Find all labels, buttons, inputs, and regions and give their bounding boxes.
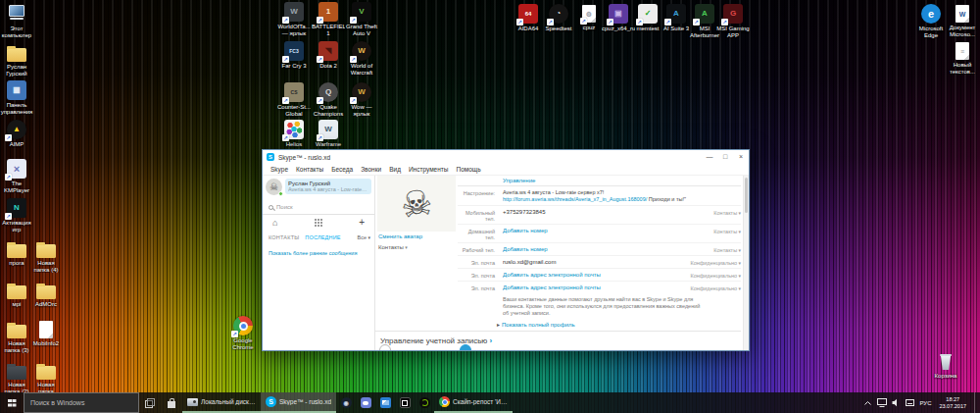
store-button[interactable] — [161, 392, 182, 413]
desktop-icon-новая-папка[interactable]: Новая папка — [29, 361, 63, 394]
tab-последние[interactable]: ПОСЛЕДНИЕ — [305, 234, 340, 240]
desktop-icon-aimp[interactable]: ▲↗AIMP — [0, 120, 33, 148]
desktop-icon-grand-theft-auto-v[interactable]: V↗Grand Theft Auto V — [345, 2, 378, 36]
desktop-icon-the-kmplayer[interactable]: ×↗The KMPlayer — [0, 159, 33, 193]
desktop-icon-aida64[interactable]: 64↗AIDA64 — [512, 4, 545, 32]
desktop-icon-world-of-warcraft[interactable]: W↗World of Warcraft — [345, 41, 378, 76]
discord-app[interactable] — [356, 392, 375, 413]
desktop-icon-панель-управления[interactable]: ▦Панель управления — [0, 80, 33, 115]
privacy-dropdown[interactable]: Контакты — [713, 209, 741, 216]
desktop-icon-battlefield-1[interactable]: 1↗BATTLEFIELD 1 — [312, 2, 345, 36]
add-link[interactable]: Добавить номер — [503, 246, 713, 252]
desktop-icon-worldofta-ярлык[interactable]: W↗WorldOfTa... — ярлык — [277, 2, 311, 36]
tray-input-icon[interactable] — [906, 398, 914, 407]
sq-icon: 1↗ — [318, 2, 338, 22]
menu-item-инструменты[interactable]: Инструменты — [405, 166, 453, 173]
add-contact-icon[interactable]: + — [359, 219, 365, 227]
desktop-icon-новая-папка-4[interactable]: Новая папка (4) — [29, 239, 63, 273]
add-link[interactable]: Добавить адрес электронной почты — [503, 272, 690, 278]
menu-item-skype[interactable]: Skype — [267, 166, 292, 173]
privacy-dropdown[interactable]: Контакты — [713, 228, 741, 234]
chrome-app[interactable]: Скайп-репост 'Ид... — [434, 392, 513, 413]
tray-display-icon[interactable] — [877, 398, 887, 407]
menu-item-вид[interactable]: Вид — [385, 166, 405, 173]
mood-link[interactable]: http://forum.averia.ws/threads/Averia_x7… — [503, 196, 647, 202]
user-avatar[interactable]: ☠ — [266, 179, 282, 195]
close-button[interactable]: × — [733, 150, 749, 164]
desktop-icon-label: мрі — [0, 301, 33, 308]
privacy-dropdown[interactable]: Конфиденциально — [690, 272, 741, 279]
photos-app[interactable] — [375, 392, 395, 413]
menu-item-контакты[interactable]: Контакты — [292, 166, 327, 173]
desktop-icon-этот-компьютер[interactable]: Этот компьютер — [0, 4, 33, 38]
account-management-heading[interactable]: Управление учетной записью › — [375, 331, 741, 345]
desktop-icon-корзина[interactable]: Корзина — [929, 351, 962, 380]
home-icon[interactable]: ⌂ — [272, 219, 277, 227]
desktop-icon-counter-st-global-offe[interactable]: CS↗Counter-St... Global Offe... — [277, 82, 311, 118]
privacy-dropdown[interactable]: Конфиденциально — [690, 284, 741, 291]
full-profile-link[interactable]: Показать полный профиль — [502, 322, 575, 328]
menu-item-беседа[interactable]: Беседа — [327, 166, 357, 173]
taskbar-search[interactable]: Поиск в Windows — [24, 392, 139, 413]
steam-app[interactable] — [336, 392, 356, 413]
desktop-icon-новый-текстов[interactable]: ≡Новый текстов... — [946, 41, 979, 75]
desktop-icon-прога[interactable]: прога — [0, 239, 33, 267]
shortcut-badge: ↗ — [231, 331, 238, 337]
desktop-icon-активация-игр[interactable]: N↗Активация игр — [0, 198, 33, 232]
desktop-icon-mobiinfo2[interactable]: MobiInfo2 — [29, 320, 63, 347]
privacy-dropdown[interactable]: Конфиденциально — [690, 259, 741, 266]
desktop-icon-google-chrome[interactable]: ↗Google Chrome — [226, 316, 260, 350]
start-button[interactable] — [0, 392, 24, 413]
desktop-icon-руслан-гурский[interactable]: Руслан Гурский — [0, 43, 33, 77]
desktop-icon-quake-champions[interactable]: Q↗Quake Champions — [312, 82, 345, 117]
current-user-row[interactable]: ☠ Руслан Гурский Averia.ws 4 августа - L… — [263, 176, 374, 197]
desktop-icon-dota-2[interactable]: ◥↗Dota 2 — [312, 41, 345, 70]
desktop-icon-msi-gaming-app[interactable]: G↗MSI Gaming APP — [716, 4, 750, 38]
show-desktop-button[interactable] — [974, 392, 978, 413]
desktop-icon-helios[interactable]: ↗Helios — [277, 120, 311, 148]
privacy-dropdown[interactable]: Контакты — [713, 246, 741, 253]
show-earlier-link[interactable]: Показать более ранние сообщения — [263, 243, 374, 263]
desktop-icon-admorc[interactable]: AdMOrc — [29, 281, 63, 308]
change-avatar-link[interactable]: Сменить аватар — [378, 233, 422, 239]
menu-item-звонки[interactable]: Звонки — [357, 166, 385, 173]
add-link[interactable]: Добавить адрес электронной почты — [503, 284, 690, 290]
desktop-icon-новая-папка-2[interactable]: Новая папка (2) — [0, 361, 33, 394]
tab-контакты[interactable]: КОНТАКТЫ — [269, 234, 299, 240]
tray-volume-icon[interactable] — [892, 398, 901, 407]
explorer-disk-e[interactable]: Локальный диск (E:) — [182, 392, 261, 413]
desktop-icon-cpuz[interactable]: ⚙↗cpuz — [572, 4, 606, 31]
clock[interactable]: 18:27 23.07.2017 — [936, 396, 969, 409]
scrollbar[interactable] — [743, 176, 749, 350]
sidebar: ☠ Руслан Гурский Averia.ws 4 августа - L… — [263, 176, 375, 350]
dialpad-icon[interactable] — [315, 219, 322, 227]
task-view-button[interactable] — [139, 392, 161, 413]
scrollbar-thumb[interactable] — [745, 178, 748, 213]
desktop-icon-far-cry-3[interactable]: FC3↗Far Cry 3 — [277, 41, 311, 70]
desktop-icon-новая-папка-3[interactable]: Новая папка (3) — [0, 320, 33, 353]
title-bar[interactable]: S Skype™ - ruslo.xd — □ × — [263, 150, 749, 164]
desktop-icon-speedtest[interactable]: ◔↗Speedtest — [542, 4, 575, 32]
tray-chevron-up-icon[interactable] — [863, 399, 872, 407]
desktop-icon-мр[interactable]: мрі — [0, 281, 33, 308]
language-indicator[interactable]: РУС — [919, 400, 931, 406]
desktop-icon-wow-ярлык[interactable]: W↗Wow — ярлык — [345, 82, 378, 117]
nvidia-app[interactable] — [415, 392, 434, 413]
desktop-icon-cpuz-x64-ru[interactable]: ▣↗cpuz_x64_ru — [602, 4, 635, 32]
doc-icon: W — [956, 5, 969, 23]
box-app[interactable] — [395, 392, 415, 413]
maximize-button[interactable]: □ — [717, 150, 733, 164]
menu-item-помощь[interactable]: Помощь — [452, 166, 484, 173]
manage-link[interactable]: Управление — [503, 176, 741, 185]
desktop-icon-warframe[interactable]: W↗Warframe — [312, 120, 345, 148]
add-link[interactable]: Добавить номер — [503, 228, 713, 233]
profile-avatar[interactable]: ☠ — [377, 176, 456, 232]
minimize-button[interactable]: — — [702, 150, 717, 164]
desktop-icon-документ-microso[interactable]: WДокумент Microso... — [946, 4, 979, 37]
avatar-contacts-dropdown[interactable]: Контакты — [378, 244, 408, 250]
desktop-icon-microsoft-edge[interactable]: eMicrosoft Edge — [914, 4, 948, 38]
search-input[interactable]: Поиск — [263, 200, 374, 215]
filter-dropdown[interactable]: Все — [358, 234, 370, 240]
skype-app[interactable]: Skype™ - ruslo.xd — [261, 392, 336, 413]
desktop-icon-label: Microsoft Edge — [914, 26, 948, 38]
